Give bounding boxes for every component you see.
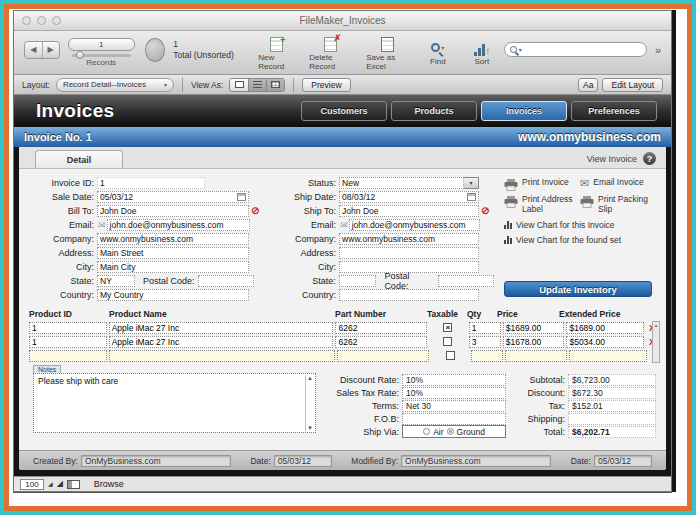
discount-rate-field[interactable]: 10%: [402, 374, 506, 386]
view-chart-found-set-link[interactable]: View Chart for the found set: [504, 235, 652, 245]
status-toolbar-toggle-icon[interactable]: [67, 480, 80, 489]
edit-layout-button[interactable]: Edit Layout: [602, 78, 663, 92]
extended-price-cell[interactable]: $5034.00: [566, 336, 644, 348]
status-field[interactable]: New: [339, 177, 464, 189]
product-id-cell[interactable]: [29, 350, 107, 362]
next-record-button[interactable]: ▶: [42, 42, 59, 58]
quick-find-field[interactable]: ▾: [504, 42, 647, 57]
bill-city-field[interactable]: Main City: [97, 261, 249, 273]
zoom-level[interactable]: 100: [20, 479, 44, 490]
delete-record-button[interactable]: ✗ Delete Record: [309, 35, 352, 71]
scroll-down-icon[interactable]: ▼: [307, 425, 313, 431]
print-address-label-button[interactable]: Print Address Label: [504, 195, 576, 215]
print-packing-slip-button[interactable]: Print Packing Slip: [580, 195, 652, 215]
view-chart-invoice-link[interactable]: View Chart for this Invoice: [504, 220, 652, 230]
ship-to-field[interactable]: John Doe: [339, 205, 479, 217]
ship-state-field[interactable]: [339, 275, 377, 287]
ship-via-air-radio[interactable]: [423, 428, 430, 435]
ship-postal-field[interactable]: [438, 275, 494, 287]
website-link[interactable]: www.onmybusiness.com: [518, 130, 661, 144]
product-id-cell[interactable]: 1: [29, 336, 107, 348]
app-header: Invoices Customers Products Invoices Pre…: [14, 95, 671, 127]
print-invoice-button[interactable]: Print Invoice: [504, 178, 576, 191]
qty-cell[interactable]: [471, 350, 503, 362]
tab-products[interactable]: Products: [391, 101, 477, 121]
ship-via-ground-radio[interactable]: [447, 428, 454, 435]
sort-button[interactable]: ↑ Sort: [467, 39, 497, 66]
preview-button[interactable]: Preview: [302, 78, 350, 92]
help-button[interactable]: ?: [643, 152, 656, 165]
fob-field[interactable]: [402, 413, 506, 425]
taxable-checkbox[interactable]: [446, 351, 455, 360]
table-view-button[interactable]: [266, 79, 284, 91]
line-items-portal: Product ID Product Name Part Number Taxa…: [29, 309, 658, 363]
sale-date-field[interactable]: 05/03/12: [97, 191, 249, 203]
part-number-cell[interactable]: 6262: [335, 336, 427, 348]
ship-date-field[interactable]: 08/03/12: [339, 191, 479, 203]
tab-detail[interactable]: Detail: [35, 150, 123, 168]
bill-company-field[interactable]: www.onmybusiness.com: [97, 233, 249, 245]
qty-cell[interactable]: 3: [469, 336, 501, 348]
record-slider[interactable]: [72, 54, 131, 57]
save-as-excel-button[interactable]: Save as Excel: [366, 35, 409, 71]
find-button[interactable]: ▾ Find: [423, 39, 453, 66]
view-invoice-link[interactable]: View Invoice: [587, 154, 637, 164]
extended-price-cell[interactable]: $1689.00: [566, 322, 644, 334]
qty-cell[interactable]: 1: [469, 322, 501, 334]
email-icon[interactable]: ✉: [98, 220, 106, 230]
sales-tax-rate-field[interactable]: 10%: [402, 387, 506, 399]
scroll-up-icon[interactable]: ▲: [307, 375, 313, 381]
email-invoice-button[interactable]: ✉ Email Invoice: [580, 178, 652, 191]
ship-address-field[interactable]: [339, 247, 479, 259]
search-options-caret-icon[interactable]: ▾: [519, 46, 522, 53]
new-record-button[interactable]: ＋ New Record: [258, 35, 295, 71]
search-input[interactable]: [524, 45, 641, 55]
calendar-icon[interactable]: [467, 193, 476, 201]
product-name-cell[interactable]: Apple iMac 27 Inc: [109, 336, 334, 348]
formatting-bar-button[interactable]: Aa: [578, 78, 598, 92]
bill-email-field[interactable]: john.doe@onmybusiness.com: [107, 219, 250, 231]
mode-label[interactable]: Browse: [94, 479, 124, 489]
part-number-cell[interactable]: [337, 350, 429, 362]
layout-select[interactable]: Record Detail--Invoices ▾: [56, 78, 174, 92]
product-name-cell[interactable]: Apple iMac 27 Inc: [109, 322, 334, 334]
shipping-field[interactable]: [568, 413, 656, 425]
product-name-cell[interactable]: [109, 350, 335, 362]
found-set-pie-icon[interactable]: [145, 38, 165, 62]
taxable-checkbox[interactable]: ×: [443, 323, 452, 332]
tab-invoices[interactable]: Invoices: [481, 101, 567, 121]
tab-customers[interactable]: Customers: [301, 101, 387, 121]
price-cell[interactable]: $1689.00: [503, 322, 565, 334]
record-slider-thumb[interactable]: [76, 51, 84, 59]
product-id-cell[interactable]: 1: [29, 322, 107, 334]
bill-state-field[interactable]: NY: [97, 275, 135, 287]
bill-country-field[interactable]: My Country: [97, 289, 249, 301]
notes-scrollbar[interactable]: ▲ ▼: [305, 375, 314, 431]
bill-to-field[interactable]: John Doe: [97, 205, 249, 217]
taxable-checkbox[interactable]: [443, 337, 452, 346]
zoom-out-icon[interactable]: ◢: [48, 481, 53, 487]
previous-record-button[interactable]: ◀: [25, 42, 42, 58]
tab-preferences[interactable]: Preferences: [571, 101, 657, 121]
portal-scrollbar[interactable]: ▴: [652, 321, 660, 363]
bill-postal-field[interactable]: [198, 275, 254, 287]
price-cell[interactable]: [505, 350, 567, 362]
notes-field[interactable]: Please ship with care ▲ ▼: [33, 373, 316, 433]
ship-company-field[interactable]: www.onmybusiness.com: [339, 233, 479, 245]
bill-address-field[interactable]: Main Street: [97, 247, 249, 259]
ship-country-field[interactable]: [339, 289, 479, 301]
terms-field[interactable]: Net 30: [402, 400, 506, 412]
email-icon[interactable]: ✉: [340, 220, 348, 230]
price-cell[interactable]: $1678.00: [503, 336, 565, 348]
form-view-button[interactable]: [230, 79, 248, 91]
ship-email-field[interactable]: john.doe@onmybusiness.com: [349, 219, 480, 231]
toolbar-overflow-button[interactable]: »: [655, 44, 661, 56]
calendar-icon[interactable]: [237, 193, 246, 201]
zoom-in-icon[interactable]: ◢: [57, 480, 63, 488]
part-number-cell[interactable]: 6262: [335, 322, 427, 334]
update-inventory-button[interactable]: Update Inventory: [504, 281, 652, 297]
invoice-id-field[interactable]: 1: [97, 177, 205, 189]
status-dropdown-button[interactable]: ▾: [464, 177, 479, 189]
extended-price-cell[interactable]: [569, 350, 647, 362]
list-view-button[interactable]: [248, 79, 266, 91]
